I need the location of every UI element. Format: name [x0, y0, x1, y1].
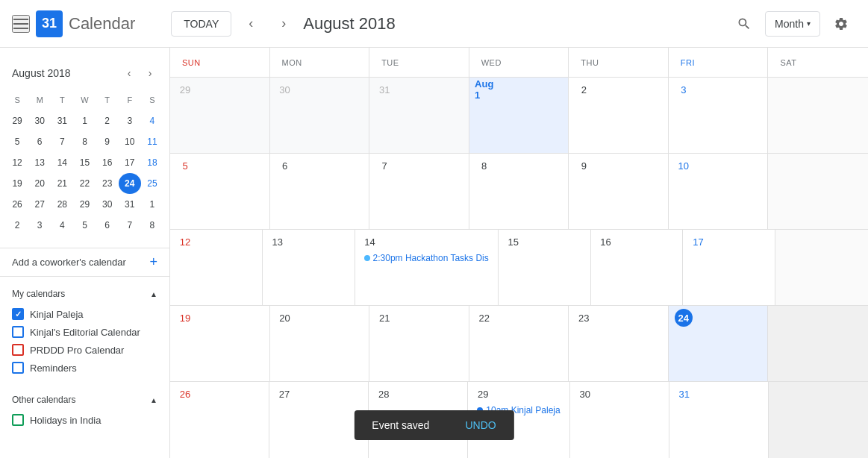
cell-aug16[interactable]: 16 [591, 230, 684, 305]
mini-prev-button[interactable]: ‹ [119, 63, 140, 84]
mini-cal-day[interactable]: 17 [119, 152, 141, 173]
mini-next-button[interactable]: › [140, 63, 160, 84]
mini-cal-day[interactable]: 7 [119, 215, 141, 236]
mini-cal-day[interactable]: 25 [141, 173, 163, 194]
add-coworker-section[interactable]: Add a coworker's calendar + [0, 248, 169, 277]
mini-cal-day[interactable]: 19 [6, 173, 28, 194]
mini-cal-day[interactable]: 29 [6, 110, 28, 131]
mini-cal-day[interactable]: 5 [73, 215, 96, 236]
day-num: 24 [675, 309, 693, 327]
mini-cal-day[interactable]: 26 [6, 194, 28, 215]
next-month-button[interactable]: › [270, 10, 297, 37]
mini-cal-day[interactable]: 22 [73, 173, 96, 194]
mini-cal-day[interactable]: 3 [28, 215, 51, 236]
hackathon-event[interactable]: 2:30pm Hackathon Tasks Dis [361, 252, 492, 264]
mini-cal-day[interactable]: 8 [73, 131, 96, 152]
mini-cal-day[interactable]: 21 [51, 173, 73, 194]
mini-cal-day[interactable]: 1 [73, 110, 96, 131]
cell-aug13[interactable]: 13 [263, 230, 355, 305]
cell-aug1[interactable]: Aug 1 [469, 78, 569, 153]
mini-cal-day[interactable]: 5 [6, 131, 28, 152]
mini-cal-day[interactable]: 7 [51, 131, 73, 152]
mini-cal-day[interactable]: 13 [28, 152, 51, 173]
holidays-checkbox[interactable] [12, 414, 24, 426]
cell-jul30[interactable]: 30 [270, 78, 370, 153]
mini-cal-day[interactable]: 27 [28, 194, 51, 215]
calendar-kinjal-paleja-label: Kinjal Paleja [30, 309, 84, 320]
cell-aug20[interactable]: 20 [270, 306, 370, 381]
cell-aug2[interactable]: 2 [569, 78, 669, 153]
search-button[interactable] [729, 9, 759, 39]
mini-cal-day[interactable]: 15 [73, 152, 96, 173]
mini-cal-day[interactable]: 28 [51, 194, 73, 215]
editorial-checkbox[interactable] [12, 326, 24, 338]
mini-cal-day[interactable]: 3 [119, 110, 141, 131]
cell-aug22[interactable]: 22 [469, 306, 569, 381]
cell-aug19[interactable]: 19 [170, 306, 270, 381]
menu-button[interactable] [12, 15, 30, 33]
mini-cal-day[interactable]: 23 [96, 173, 119, 194]
cell-aug18[interactable] [775, 230, 868, 305]
cell-aug9[interactable]: 9 [569, 154, 669, 229]
cell-aug21[interactable]: 21 [369, 306, 469, 381]
cell-aug30[interactable]: 30 [570, 382, 669, 458]
cell-aug17[interactable]: 17 [683, 230, 775, 305]
cell-aug7[interactable]: 7 [369, 154, 469, 229]
mini-cal-day[interactable]: 30 [96, 194, 119, 215]
cell-aug26[interactable]: 26 [170, 382, 269, 458]
mini-cal-day[interactable]: 9 [96, 131, 119, 152]
mini-cal-day[interactable]: 18 [141, 152, 163, 173]
mini-cal-day[interactable]: 20 [28, 173, 51, 194]
cell-sep1[interactable] [769, 382, 868, 458]
cell-jul31[interactable]: 31 [369, 78, 469, 153]
mini-cal-day[interactable]: 10 [119, 131, 141, 152]
mini-cal-day[interactable]: 31 [119, 194, 141, 215]
view-selector-button[interactable]: Month ▾ [765, 11, 820, 37]
cell-aug4[interactable] [768, 78, 868, 153]
cell-aug24[interactable]: 24 [669, 306, 769, 381]
reminders-checkbox[interactable] [12, 362, 24, 374]
mini-cal-day[interactable]: 8 [141, 215, 163, 236]
mini-cal-day[interactable]: 14 [51, 152, 73, 173]
mini-cal-day[interactable]: 16 [96, 152, 119, 173]
calendar-editorial[interactable]: Kinjal's Editorial Calendar [12, 323, 157, 341]
cell-aug15[interactable]: 15 [499, 230, 591, 305]
cell-aug8[interactable]: 8 [469, 154, 569, 229]
cell-jul29[interactable]: 29 [170, 78, 270, 153]
cell-aug12[interactable]: 12 [170, 230, 263, 305]
calendar-holidays[interactable]: Holidays in India [12, 411, 157, 429]
kinjal-paleja-checkbox[interactable]: ✓ [12, 308, 24, 320]
settings-button[interactable] [826, 9, 856, 39]
mini-cal-day[interactable]: 24 [119, 173, 141, 194]
today-button[interactable]: TODAY [171, 11, 231, 37]
mini-cal-day[interactable]: 6 [28, 131, 51, 152]
cell-aug25[interactable] [768, 306, 868, 381]
mini-cal-day[interactable]: 1 [141, 194, 163, 215]
my-calendars-header[interactable]: My calendars [12, 283, 157, 305]
cell-aug6[interactable]: 6 [270, 154, 370, 229]
toast-undo-button[interactable]: UNDO [465, 419, 496, 431]
prddd-checkbox[interactable] [12, 344, 24, 356]
cell-aug23[interactable]: 23 [569, 306, 669, 381]
cell-aug10[interactable]: 10 [669, 154, 769, 229]
cell-aug31[interactable]: 31 [669, 382, 769, 458]
mini-cal-day[interactable]: 2 [96, 110, 119, 131]
mini-cal-day[interactable]: 29 [73, 194, 96, 215]
prev-month-button[interactable]: ‹ [237, 10, 264, 37]
mini-cal-day[interactable]: 6 [96, 215, 119, 236]
cell-aug3[interactable]: 3 [669, 78, 769, 153]
calendar-reminders[interactable]: Reminders [12, 359, 157, 377]
mini-cal-day[interactable]: 30 [28, 110, 51, 131]
cell-aug14[interactable]: 14 2:30pm Hackathon Tasks Dis [355, 230, 499, 305]
mini-cal-day[interactable]: 12 [6, 152, 28, 173]
cell-aug11[interactable] [768, 154, 868, 229]
mini-cal-day[interactable]: 4 [141, 110, 163, 131]
mini-cal-day[interactable]: 2 [6, 215, 28, 236]
calendar-prddd[interactable]: PRDDD Pro Calendar [12, 341, 157, 359]
cell-aug5[interactable]: 5 [170, 154, 270, 229]
mini-cal-day[interactable]: 4 [51, 215, 73, 236]
mini-cal-day[interactable]: 31 [51, 110, 73, 131]
mini-cal-day[interactable]: 11 [141, 131, 163, 152]
calendar-kinjal-paleja[interactable]: ✓ Kinjal Paleja [12, 305, 157, 323]
other-calendars-header[interactable]: Other calendars [12, 389, 157, 411]
